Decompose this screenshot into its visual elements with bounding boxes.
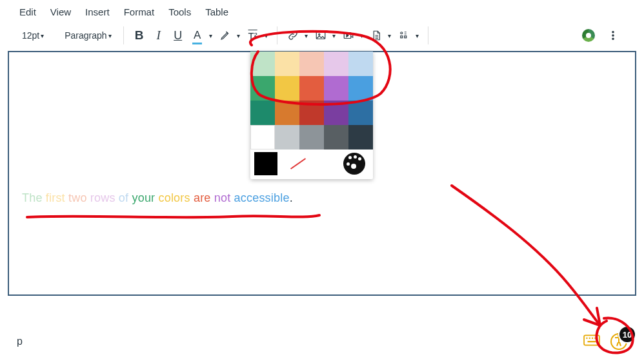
svg-rect-5 (404, 36, 406, 38)
superscript-dropdown[interactable]: ▾ (265, 32, 268, 39)
underline-button[interactable]: U (169, 26, 187, 44)
status-bar: p 10 (0, 326, 644, 357)
highlight-color-button[interactable] (216, 26, 234, 44)
content-word-10: . (290, 191, 293, 204)
media-icon (343, 30, 354, 41)
superscript-icon: T² (248, 30, 257, 41)
accessibility-checker-button[interactable]: 10 (610, 333, 627, 350)
font-size-label: 12pt (22, 30, 39, 41)
studio-button[interactable] (579, 26, 598, 44)
color-swatch-r0-c1[interactable] (275, 52, 299, 76)
content-word-7: are (190, 191, 211, 204)
media-dropdown[interactable]: ▾ (360, 32, 363, 39)
svg-rect-11 (589, 338, 590, 339)
chevron-down-icon: ▾ (108, 32, 112, 39)
editor-area[interactable]: The first two rows of your colors are no… (8, 51, 636, 296)
apps-button[interactable] (395, 26, 413, 44)
color-swatch-r3-c3[interactable] (324, 125, 348, 150)
content-word-0: The (22, 191, 43, 204)
color-picker-footer (250, 150, 373, 177)
block-format-label: Paragraph (65, 30, 106, 41)
svg-rect-14 (588, 341, 596, 342)
text-color-swatch (192, 43, 202, 44)
content-word-2: two (65, 191, 87, 204)
apps-dropdown[interactable]: ▾ (416, 32, 419, 39)
color-swatch-r0-c4[interactable] (348, 52, 373, 76)
color-swatch-r0-c0[interactable] (250, 52, 275, 76)
editor-content-text: The first two rows of your colors are no… (22, 191, 293, 205)
color-swatch-r0-c3[interactable] (324, 52, 348, 76)
menu-format[interactable]: Format (124, 6, 155, 17)
document-icon (370, 30, 382, 41)
color-swatch-r2-c3[interactable] (324, 101, 348, 125)
color-swatch-r3-c4[interactable] (348, 125, 373, 150)
link-icon (287, 30, 299, 41)
block-format-select[interactable]: Paragraph ▾ (62, 26, 116, 44)
custom-color-button[interactable] (343, 153, 365, 175)
color-swatch-r3-c2[interactable] (299, 125, 324, 150)
menu-bar: Edit View Insert Format Tools Table (0, 0, 644, 23)
menu-tools[interactable]: Tools (168, 6, 191, 17)
content-word-1: first (43, 191, 65, 204)
svg-rect-10 (586, 338, 587, 339)
color-swatch-r1-c0[interactable] (250, 76, 275, 101)
svg-point-8 (612, 38, 614, 39)
kebab-icon (607, 30, 619, 41)
more-button[interactable] (604, 26, 622, 44)
menu-table[interactable]: Table (205, 6, 228, 17)
toolbar: 12pt ▾ Paragraph ▾ B I U A ▾ ▾ T² ▾ (0, 23, 644, 51)
content-word-5: your (128, 191, 155, 204)
document-dropdown[interactable]: ▾ (388, 32, 391, 39)
color-swatch-r2-c2[interactable] (299, 101, 324, 125)
document-button[interactable] (367, 26, 385, 44)
color-swatch-r2-c1[interactable] (275, 101, 299, 125)
highlighter-icon (219, 30, 231, 41)
menu-edit[interactable]: Edit (19, 6, 36, 17)
color-swatch-r1-c4[interactable] (348, 76, 373, 101)
font-size-select[interactable]: 12pt ▾ (19, 26, 49, 44)
color-swatch-r1-c1[interactable] (275, 76, 299, 101)
content-word-9: accessible (230, 191, 289, 204)
apps-icon (398, 30, 410, 41)
menu-view[interactable]: View (50, 6, 71, 17)
color-swatch-r3-c1[interactable] (275, 125, 299, 150)
text-color-icon: A (194, 29, 201, 41)
link-dropdown[interactable]: ▾ (305, 32, 308, 39)
italic-button[interactable]: I (150, 26, 168, 44)
keyboard-shortcuts-button[interactable] (583, 334, 600, 349)
text-color-button[interactable]: A (188, 26, 206, 44)
content-word-6: colors (155, 191, 190, 204)
superscript-button[interactable]: T² (244, 26, 262, 44)
svg-point-7 (612, 35, 614, 36)
svg-rect-12 (592, 338, 593, 339)
color-picker-popover (250, 52, 373, 179)
highlight-color-dropdown[interactable]: ▾ (237, 32, 240, 39)
element-path[interactable]: p (17, 336, 23, 347)
menu-insert[interactable]: Insert (85, 6, 110, 17)
color-swatch-r1-c3[interactable] (324, 76, 348, 101)
image-button[interactable] (312, 26, 330, 44)
image-icon (315, 30, 327, 41)
content-word-3: rows (87, 191, 116, 204)
accessibility-issue-count: 10 (619, 327, 635, 342)
color-swatch-black[interactable] (254, 152, 277, 175)
link-button[interactable] (284, 26, 302, 44)
color-swatch-r2-c4[interactable] (348, 101, 373, 125)
svg-rect-9 (584, 335, 599, 345)
color-swatch-r0-c2[interactable] (299, 52, 324, 76)
no-color-button[interactable] (287, 152, 310, 175)
bold-button[interactable]: B (130, 26, 148, 44)
color-swatch-r1-c2[interactable] (299, 76, 324, 101)
svg-rect-4 (400, 36, 402, 38)
color-swatch-grid (250, 52, 373, 150)
content-word-4: of (116, 191, 129, 204)
content-word-8: not (211, 191, 231, 204)
svg-rect-13 (594, 338, 596, 339)
image-dropdown[interactable]: ▾ (332, 32, 336, 39)
svg-point-3 (400, 32, 402, 34)
keyboard-icon (583, 334, 600, 346)
media-button[interactable] (339, 26, 357, 44)
color-swatch-r2-c0[interactable] (250, 101, 275, 125)
text-color-dropdown[interactable]: ▾ (209, 32, 212, 39)
color-swatch-r3-c0[interactable] (250, 125, 275, 150)
